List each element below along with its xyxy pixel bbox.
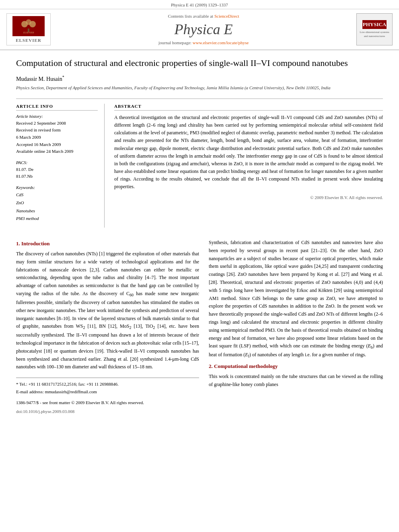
journal-header: ELSEVIER ELSEVIER Contents lists availab…: [0, 9, 399, 50]
body-two-col: 1. Introduction The discovery of carbon …: [16, 236, 383, 415]
main-content: Computation of structural and electronic…: [0, 50, 399, 423]
doi-line: doi:10.1016/j.physe.2009.03.008: [16, 408, 199, 415]
svg-point-3: [29, 21, 36, 27]
keywords-group: Keywords: CdS ZnO Nanotubes PM3 method: [16, 185, 98, 223]
right-logo: PHYSICA Low-dimensional systemsand nanos…: [356, 13, 393, 45]
keywords-list: CdS ZnO Nanotubes PM3 method: [16, 191, 98, 223]
contents-line: Contents lists available at ScienceDirec…: [168, 14, 239, 18]
article-title: Computation of structural and electronic…: [16, 58, 383, 69]
pacs-title: PACS:: [16, 160, 98, 165]
elsevier-logo: ELSEVIER ELSEVIER: [6, 13, 51, 45]
pacs-item-1: 81.07.Nb: [16, 173, 98, 180]
physica-badge: PHYSICA: [362, 20, 387, 29]
article-info-column: Article Info Article history: Received 2…: [16, 104, 105, 228]
keywords-title: Keywords:: [16, 185, 98, 190]
keyword-2: Nanotubes: [16, 207, 98, 215]
author-name: Mudassir M. Husain*: [16, 75, 383, 82]
section2-para-0: This work is concentrated mainly on the …: [209, 373, 383, 389]
keyword-0: CdS: [16, 191, 98, 199]
article-info-label: Article Info: [16, 104, 98, 111]
history-item-4: Available online 24 March 2009: [16, 148, 98, 155]
article-info-abstract: Article Info Article history: Received 2…: [16, 99, 383, 228]
top-bar: Physica E 41 (2009) 1329–1337: [0, 0, 399, 9]
pacs-group: PACS: 81.07. De 81.07.Nb: [16, 160, 98, 180]
svg-text:ELSEVIER: ELSEVIER: [23, 31, 34, 34]
abstract-text: A theoretical investigation on the struc…: [114, 114, 383, 191]
journal-homepage: journal homepage: www.elsevier.com/locat…: [158, 40, 249, 45]
elsevier-text: ELSEVIER: [16, 38, 41, 43]
abstract-label: Abstract: [114, 104, 383, 111]
history-item-0: Received 2 September 2008: [16, 120, 98, 127]
journal-center: Contents lists available at ScienceDirec…: [55, 13, 352, 45]
history-item-1: Received in revised form: [16, 127, 98, 134]
footnote-section: * Tel.: +91 11 68317172512,2516; fax: +9…: [16, 378, 199, 415]
article-history: Article history: Received 2 September 20…: [16, 114, 98, 155]
sciencedirect-link[interactable]: ScienceDirect: [214, 14, 239, 18]
keyword-1: ZnO: [16, 199, 98, 207]
footnote-email: E-mail address: mmudassirh@rediffmail.co…: [16, 388, 199, 396]
section1-para-0: The discovery of carbon nanotubes (NTs) …: [16, 250, 199, 371]
page-wrapper: Physica E 41 (2009) 1329–1337 ELSEVIER E…: [0, 0, 399, 532]
section1-heading: 1. Introduction: [16, 240, 199, 247]
abstract-column: Abstract A theoretical investigation on …: [114, 104, 383, 228]
footnote-asterisk: * Tel.: +91 11 68317172512,2516; fax: +9…: [16, 380, 199, 388]
journal-title: Physica E: [175, 21, 233, 38]
elsevier-tree-icon: ELSEVIER: [12, 16, 45, 36]
journal-citation: Physica E 41 (2009) 1329–1337: [171, 2, 228, 7]
keyword-3: PM3 method: [16, 215, 98, 223]
pacs-item-0: 81.07. De: [16, 166, 98, 173]
copyright: © 2009 Elsevier B.V. All rights reserved…: [114, 195, 383, 200]
homepage-link[interactable]: www.elsevier.com/locate/physe: [193, 40, 249, 45]
right-logo-lines: Low-dimensional systemsand nanostructure…: [360, 31, 389, 39]
body-right-column: Synthesis, fabrication and characterizat…: [209, 239, 383, 415]
history-title: Article history:: [16, 114, 98, 119]
section2-heading: 2. Computational methodology: [209, 363, 383, 370]
body-left-column: 1. Introduction The discovery of carbon …: [16, 239, 199, 415]
section1-right-para-0: Synthesis, fabrication and characterizat…: [209, 239, 383, 360]
history-item-2: 6 March 2009: [16, 134, 98, 141]
history-item-3: Accepted 16 March 2009: [16, 141, 98, 148]
affiliation: Physics Section, Department of Applied S…: [16, 84, 383, 91]
footnote-issn: 1386-9477/$ - see front matter © 2009 El…: [16, 399, 199, 407]
